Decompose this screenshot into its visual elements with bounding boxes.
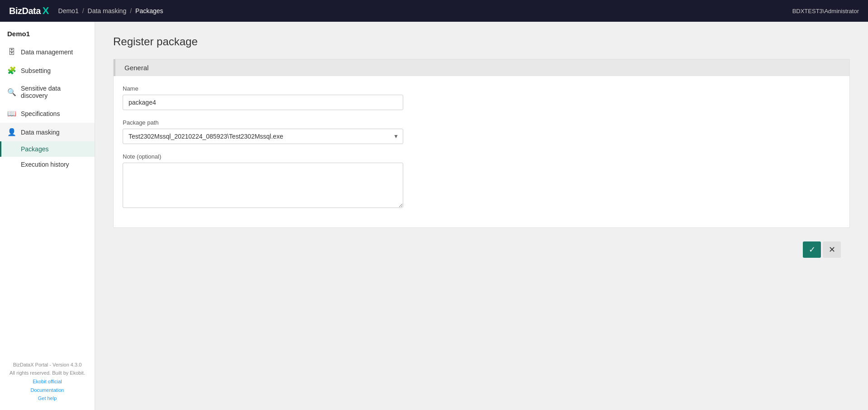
package-path-select[interactable]: Test2302Mssql_20210224_085923\Test2302Ms… <box>123 129 403 144</box>
breadcrumb-sep-1: / <box>130 7 132 14</box>
register-package-card: General Name Package path Test2302Mssql_… <box>113 59 850 228</box>
breadcrumb-sep-0: / <box>82 7 84 14</box>
section-general: General <box>114 59 849 76</box>
footer-link-ekobit[interactable]: Ekobit official <box>7 377 87 386</box>
package-path-field-group: Package path Test2302Mssql_20210224_0859… <box>123 119 840 144</box>
sidebar-item-label-data-management: Data management <box>21 48 73 56</box>
specifications-icon: 📖 <box>7 109 16 118</box>
package-path-label: Package path <box>123 119 840 126</box>
note-field-group: Note (optional) <box>123 153 840 209</box>
cancel-button[interactable]: ✕ <box>823 241 841 258</box>
footer-version: BizDataX Portal - Version 4.3.0 <box>7 361 87 369</box>
sidebar-project-title: Demo1 <box>0 22 95 43</box>
note-label: Note (optional) <box>123 153 840 160</box>
footer-link-documentation[interactable]: Documentation <box>7 386 87 395</box>
breadcrumb: Demo1 / Data masking / Packages <box>49 7 792 14</box>
breadcrumb-items: Demo1 / Data masking / Packages <box>58 7 163 14</box>
logo-text: BizData <box>9 6 41 16</box>
footer-rights: All rights reserved. Built by Ekobit. <box>7 369 87 377</box>
sidebar-item-label-specifications: Specifications <box>21 110 60 117</box>
sidebar-item-label-sensitive: Sensitive data discovery <box>21 85 87 99</box>
topbar: BizDataX Demo1 / Data masking / Packages… <box>0 0 868 22</box>
sidebar-item-specifications[interactable]: 📖 Specifications <box>0 104 95 123</box>
logo-x: X <box>43 5 49 17</box>
page-title: Register package <box>113 35 850 48</box>
name-input[interactable] <box>123 95 403 110</box>
name-field-group: Name <box>123 85 840 110</box>
action-bar: ✓ ✕ <box>113 237 850 262</box>
sidebar-item-sensitive-data-discovery[interactable]: 🔍 Sensitive data discovery <box>0 80 95 104</box>
data-management-icon: 🗄 <box>7 48 16 56</box>
package-path-select-wrap: Test2302Mssql_20210224_085923\Test2302Ms… <box>123 129 403 144</box>
sidebar-item-subsetting[interactable]: 🧩 Subsetting <box>0 61 95 80</box>
footer-link-help[interactable]: Get help <box>7 394 87 403</box>
note-textarea[interactable] <box>123 163 403 208</box>
sensitive-data-icon: 🔍 <box>7 88 16 96</box>
subsetting-icon: 🧩 <box>7 66 16 75</box>
data-masking-icon: 👤 <box>7 128 16 136</box>
sidebar-footer: BizDataX Portal - Version 4.3.0 All righ… <box>0 353 95 410</box>
sidebar-sub-packages[interactable]: Packages <box>0 141 95 157</box>
form-body: Name Package path Test2302Mssql_20210224… <box>114 76 849 227</box>
breadcrumb-item-1[interactable]: Data masking <box>88 7 127 14</box>
user-info: BDXTEST3\Administrator <box>792 8 859 14</box>
sidebar-item-label-subsetting: Subsetting <box>21 67 51 74</box>
breadcrumb-item-2[interactable]: Packages <box>135 7 163 14</box>
sidebar: Demo1 🗄 Data management 🧩 Subsetting 🔍 S… <box>0 22 95 410</box>
name-label: Name <box>123 85 840 92</box>
sidebar-item-data-management[interactable]: 🗄 Data management <box>0 43 95 61</box>
confirm-button[interactable]: ✓ <box>803 241 821 258</box>
sidebar-item-label-data-masking: Data masking <box>21 129 60 136</box>
breadcrumb-item-0[interactable]: Demo1 <box>58 7 79 14</box>
sidebar-sub-execution-history[interactable]: Execution history <box>0 157 95 172</box>
main-content: Register package General Name Package pa… <box>95 22 868 410</box>
logo: BizDataX <box>9 5 49 17</box>
main-layout: Demo1 🗄 Data management 🧩 Subsetting 🔍 S… <box>0 22 868 410</box>
sidebar-item-data-masking[interactable]: 👤 Data masking <box>0 123 95 141</box>
